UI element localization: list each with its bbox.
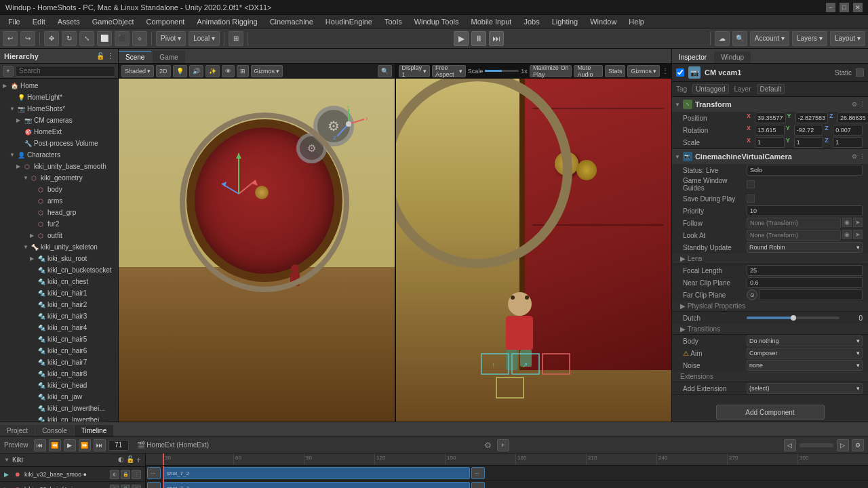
tl-cog-btn[interactable]: ⚙ [852,439,864,451]
tree-item-17[interactable]: 🔩 kiki_cn_chest [0,276,118,287]
tree-item-13[interactable]: ▶ ⬡ outfit [0,230,118,241]
tree-item-6[interactable]: ▼ 👤 Characters [0,149,118,161]
tl-next-end-btn[interactable]: ⏭ [94,439,106,451]
near-clip-field[interactable]: 0.6 [747,277,863,288]
cinemachine-more-btn[interactable]: ⋮ [859,153,865,160]
scene-search-btn[interactable]: 🔍 [378,65,392,77]
standby-dropdown[interactable]: Round Robin ▾ [747,242,863,253]
maximize-on-play-btn[interactable]: Maximize On Play [530,65,572,77]
minimize-button[interactable]: − [826,3,835,12]
maximize-button[interactable]: □ [840,3,849,12]
tree-item-20[interactable]: 🔩 kiki_cn_hair3 [0,310,118,322]
lookat-pick-btn[interactable]: ◉ [842,230,852,239]
aspect-dropdown[interactable]: Free Aspect ▾ [432,65,466,77]
layers-dropdown[interactable]: Layers ▾ [792,31,827,46]
tree-item-16[interactable]: 🔩 kiki_cn_bucketsocket [0,264,118,276]
local-dropdown[interactable]: Local ▾ [189,31,220,46]
scale-slider[interactable] [485,70,519,72]
menu-item-houdinengine[interactable]: HoudinEngine [320,16,378,27]
track-1-more-btn[interactable]: ⋮ [132,470,141,479]
menu-item-windup-tools[interactable]: Windup Tools [409,16,465,27]
menu-item-window[interactable]: Window [585,16,622,27]
far-clip-icon[interactable]: ⊙ [747,289,757,300]
layer-value[interactable]: Default [757,84,785,94]
transform-more-btn[interactable]: ⋮ [859,101,865,108]
sdp-checkbox[interactable] [747,195,755,203]
transform-settings-btn[interactable]: ⚙ [852,101,857,108]
pos-x-field[interactable]: 39.35577 [755,113,786,123]
tl-play-btn[interactable]: ▶ [64,439,76,451]
play-button[interactable]: ▶ [454,31,469,46]
tree-item-8[interactable]: ▼ ⬡ kiki_geometry [0,172,118,184]
hierarchy-more-icon[interactable]: ⋮ [107,52,114,60]
cinemachine-settings-btn[interactable]: ⚙ [852,153,857,160]
stats-btn[interactable]: Stats [605,65,626,77]
menu-item-tools[interactable]: Tools [379,16,408,27]
timeline-settings-icon[interactable]: ⚙ [484,441,492,450]
clip-main-1[interactable]: shot_7_2 [163,467,470,479]
mute-audio-btn[interactable]: Mute Audio [574,65,603,77]
tl-add-track-btn[interactable]: + [497,439,509,451]
gwg-checkbox[interactable] [747,180,755,188]
frame-input[interactable]: 71 [108,440,129,451]
menu-item-component[interactable]: Component [140,16,190,27]
tree-item-23[interactable]: 🔩 kiki_cn_hair6 [0,345,118,357]
tab-game[interactable]: Game [153,51,184,63]
redo-button[interactable]: ↪ [20,31,35,46]
search-button[interactable]: 🔍 [732,31,747,46]
follow-pick-btn[interactable]: ◉ [842,218,852,227]
track-2-mute-btn[interactable]: ◐ [110,485,119,489]
physical-arrow[interactable]: ▶ [680,302,688,310]
gizmos-dropdown[interactable]: Gizmos ▾ [251,65,283,77]
tl-zoom-out-btn[interactable]: ▷ [837,439,849,451]
menu-item-lighting[interactable]: Lighting [547,16,584,27]
layout-dropdown[interactable]: Layout ▾ [830,31,865,46]
tree-item-12[interactable]: ⬡ fur2 [0,218,118,230]
tag-value[interactable]: Untagged [692,84,728,94]
kiki-section-arrow[interactable]: ▼ [4,457,9,463]
track-2-more-btn[interactable]: ⋮ [132,485,141,489]
tree-item-10[interactable]: ⬡ arms [0,195,118,207]
tree-item-29[interactable]: 🔩 kiki_cn_lowerthei... [0,414,118,422]
tl-prev-start-btn[interactable]: ⏮ [34,439,46,451]
noise-dropdown[interactable]: none ▾ [747,360,863,371]
grid-btn[interactable]: ⊞ [229,31,243,46]
priority-field[interactable]: 10 [747,205,863,216]
rotate-tool[interactable]: ↻ [62,31,77,46]
add-component-button[interactable]: Add Component [716,405,825,420]
tree-item-26[interactable]: 🔩 kiki_cn_head [0,380,118,391]
tab-scene[interactable]: Scene [119,51,151,63]
tl-zoom-slider[interactable] [800,443,833,447]
menu-item-animation-rigging[interactable]: Animation Rigging [191,16,262,27]
tl-next-btn[interactable]: ⏩ [79,439,91,451]
sc-x-field[interactable]: 1 [755,137,785,148]
rot-z-field[interactable]: 0.007 [833,125,863,136]
tree-item-18[interactable]: 🔩 kiki_cn_hair1 [0,287,118,299]
cloud-button[interactable]: ☁ [715,31,730,46]
clip-main-2[interactable]: shot_7_2 [163,482,470,488]
tl-prev-btn[interactable]: ⏪ [49,439,61,451]
game-more-icon[interactable]: ⋮ [662,67,669,75]
tab-timeline[interactable]: Timeline [75,425,113,436]
menu-item-file[interactable]: File [3,16,26,27]
object-active-checkbox[interactable] [676,68,684,77]
tree-item-1[interactable]: 💡 HomeLight* [0,92,118,103]
rot-y-field[interactable]: -92.72 [794,125,824,136]
tree-item-14[interactable]: ▼ 🦴 kiki_unity_skeleton [0,241,118,253]
pause-button[interactable]: ⏸ [471,31,486,46]
kiki-mute-icon[interactable]: ◐ [118,455,124,465]
pos-y-field[interactable]: -2.827583 [795,113,829,123]
dutch-slider[interactable] [747,317,840,319]
custom-tool[interactable]: ⟐ [132,31,147,46]
menu-item-help[interactable]: Help [623,16,650,27]
follow-select-btn[interactable]: ➤ [853,218,863,227]
static-checkbox[interactable] [856,68,864,77]
tree-item-27[interactable]: 🔩 kiki_cn_jaw [0,391,118,403]
tab-inspector[interactable]: Inspector [672,52,713,63]
scene-lighting-btn[interactable]: 💡 [173,65,187,77]
track-1-mute-btn[interactable]: ◐ [110,470,119,479]
tree-item-19[interactable]: 🔩 kiki_cn_hair2 [0,299,118,310]
tree-item-28[interactable]: 🔩 kiki_cn_lowerthei... [0,403,118,414]
far-clip-field[interactable] [759,289,863,300]
transitions-arrow[interactable]: ▶ [680,325,688,333]
